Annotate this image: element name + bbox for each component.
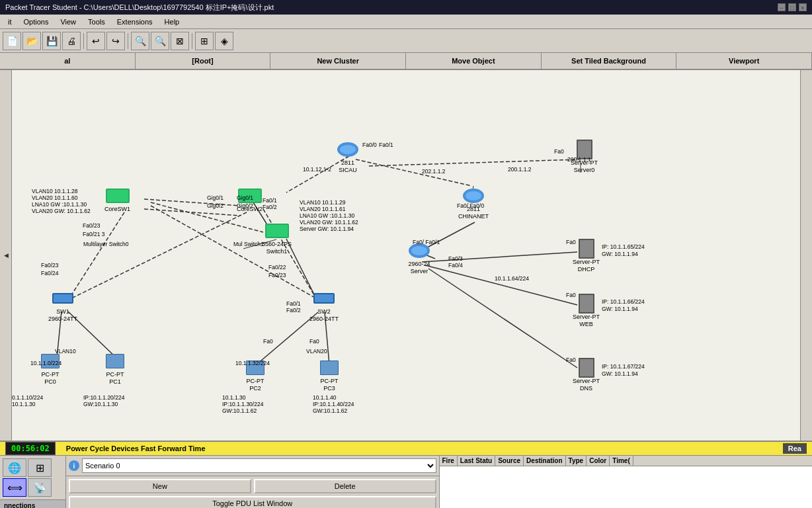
maximize-btn[interactable]: □ xyxy=(788,3,796,11)
label-fa0-4: Fa0/4 xyxy=(448,262,463,269)
menu-help[interactable]: Help xyxy=(159,17,185,27)
label-ip-dhcp: IP: 10.1.1.65/224 xyxy=(602,243,645,250)
device-dhcp[interactable]: Server-PTDHCP xyxy=(573,239,600,273)
grid-btn[interactable]: ⊞ xyxy=(195,32,214,50)
realtime-badge: Rea xyxy=(783,443,807,454)
custom-btn[interactable]: ◈ xyxy=(215,32,233,50)
network-canvas[interactable]: CoreSW1 CoreSW2 2811SICAU 2811CHINANET xyxy=(12,70,800,441)
label-vlan20: VLAN20 10.1.1.60 xyxy=(32,194,77,201)
device-dns[interactable]: Server-PTDNS xyxy=(573,358,600,392)
delete-scenario-btn[interactable]: Delete xyxy=(254,479,436,493)
device-router2960[interactable]: 2960-24Server xyxy=(407,241,431,275)
undo-btn[interactable]: ↩ xyxy=(87,32,105,50)
zoom-out-btn[interactable]: 🔍 xyxy=(151,32,169,50)
open-btn[interactable]: 📂 xyxy=(22,32,41,50)
server0-label: Server-PTServer0 xyxy=(571,159,598,174)
mlswitch3560-icon xyxy=(265,224,289,238)
svg-line-1 xyxy=(144,209,240,216)
tool-switch[interactable]: ⊞ xyxy=(28,458,52,477)
label-fa0-0: Fa0/0 xyxy=(362,142,377,148)
nav-move-object[interactable]: Move Object xyxy=(406,53,542,69)
device-sicau[interactable]: 2811SICAU xyxy=(336,140,360,174)
svg-line-10 xyxy=(369,159,579,166)
menu-tools[interactable]: Tools xyxy=(83,17,110,27)
label-fa0-1: Fa0/1 xyxy=(379,142,393,148)
new-scenario-btn[interactable]: New xyxy=(69,479,251,493)
menu-extensions[interactable]: Extensions xyxy=(112,17,158,27)
label-sw1-lna: LNA10 GW :10.1.1.30 xyxy=(300,212,354,219)
zoom-fit-btn[interactable]: ⊠ xyxy=(171,32,189,50)
col-time: Time( xyxy=(610,456,633,466)
titlebar: Packet Tracer Student - C:\Users\DELL\De… xyxy=(0,0,812,15)
pc3-icon xyxy=(317,358,341,378)
navbar: al [Root] New Cluster Move Object Set Ti… xyxy=(0,53,812,70)
main-area: ◀ xyxy=(0,70,812,441)
device-web[interactable]: Server-PTWEB xyxy=(573,294,600,328)
device-sw2[interactable]: SW22960-24TT xyxy=(309,288,339,323)
label-fa0-22: Fa0/22 xyxy=(268,264,286,271)
device-pc0[interactable]: PC-PTPC0 xyxy=(38,351,62,386)
tool-router[interactable]: 🌐 xyxy=(3,458,26,477)
label-fa0-sw2b: Fa0 xyxy=(309,338,319,345)
close-btn[interactable]: × xyxy=(799,3,807,11)
chinanet-label: 2811CHINANET xyxy=(458,206,489,220)
device-coreSW2[interactable]: CoreSW2 xyxy=(237,186,263,213)
label-ip-web: IP: 10.1.1.66/224 xyxy=(602,298,645,305)
col-source: Source xyxy=(495,456,524,466)
device-coreSW1[interactable]: CoreSW1 xyxy=(104,186,130,213)
nav-set-background[interactable]: Set Tiled Background xyxy=(542,53,677,69)
label-fa0-23b: Fa0/23 xyxy=(41,262,58,269)
device-pc3[interactable]: PC-PTPC3 xyxy=(317,358,341,392)
menu-it[interactable]: it xyxy=(3,17,17,27)
menu-options[interactable]: Options xyxy=(19,17,54,27)
label-fa0-24: Fa0/24 xyxy=(41,270,58,276)
zoom-in-btn[interactable]: 🔍 xyxy=(131,32,149,50)
new-btn[interactable]: 📄 xyxy=(3,32,21,50)
menu-view[interactable]: View xyxy=(55,17,81,27)
device-sw1[interactable]: SW12960-24TT xyxy=(48,288,77,323)
svg-line-16 xyxy=(428,269,577,368)
nav-new-cluster[interactable]: New Cluster xyxy=(270,53,406,69)
save-btn[interactable]: 💾 xyxy=(42,32,61,50)
pc2-box-icon xyxy=(246,360,264,375)
sw1-label: SW12960-24TT xyxy=(48,308,77,323)
label-ip-1: 10.1.12.1-2 xyxy=(303,166,331,173)
label-sw1-vlan20-gw: VLAN20 GW: 10.1.1.62 xyxy=(300,219,358,226)
print-btn[interactable]: 🖨 xyxy=(62,32,81,50)
label-gig0-1b: Gig0/1 xyxy=(207,194,223,201)
status-message: Power Cycle Devices Fast Forward Time xyxy=(66,444,206,452)
connections-area: nnections ⚡ ~ — ╳ ⊸ ☎ ⊃ ↯ ⊠ xyxy=(0,500,65,508)
web-box-icon xyxy=(579,294,594,314)
label-fa0-1b: Fa0/1 xyxy=(263,197,277,204)
tool-wireless[interactable]: 📡 xyxy=(28,478,52,497)
nav-viewport[interactable]: Viewport xyxy=(676,53,812,69)
nav-al[interactable]: al xyxy=(0,53,136,69)
label-gw-web: GW: 10.1.1.94 xyxy=(602,306,638,312)
event-list-panel: Fire Last Statu Source Destination Type … xyxy=(440,456,813,508)
device-pc1[interactable]: PC-PTPC1 xyxy=(103,351,127,386)
svg-line-2 xyxy=(71,212,124,295)
scenario-select[interactable]: Scenario 0 xyxy=(82,458,436,473)
device-switch1[interactable]: 3560-24PSSwitch1 xyxy=(262,221,292,255)
switch2-rect-icon xyxy=(313,293,335,304)
sim-info-icon: i xyxy=(69,460,79,471)
col-type: Type xyxy=(566,456,587,466)
tool-connections[interactable]: ⟺ xyxy=(3,478,26,497)
chinanet-icon xyxy=(462,186,485,206)
nav-root[interactable]: [Root] xyxy=(136,53,271,69)
device-server0[interactable]: Server-PTServer0 xyxy=(571,140,598,174)
pc3-label: PC-PTPC3 xyxy=(321,378,339,392)
col-dest: Destination xyxy=(524,456,565,466)
redo-btn[interactable]: ↪ xyxy=(106,32,125,50)
switch-rect-icon xyxy=(52,293,73,304)
svg-line-15 xyxy=(425,265,577,305)
label-fa0-23: Fa0/23 xyxy=(83,222,100,229)
toggle-pdu-btn[interactable]: Toggle PDU List Window xyxy=(69,496,436,508)
sidebar-label: ◀ xyxy=(3,252,9,259)
svg-line-0 xyxy=(144,199,240,206)
minimize-btn[interactable]: − xyxy=(778,3,786,11)
multilayer-switch2-icon xyxy=(238,189,262,203)
label-ip-1-1-64: 10.1.1.64/224 xyxy=(495,275,529,282)
device-chinanet[interactable]: 2811CHINANET xyxy=(458,186,489,220)
device-pc2[interactable]: PC-PTPC2 xyxy=(243,358,267,392)
